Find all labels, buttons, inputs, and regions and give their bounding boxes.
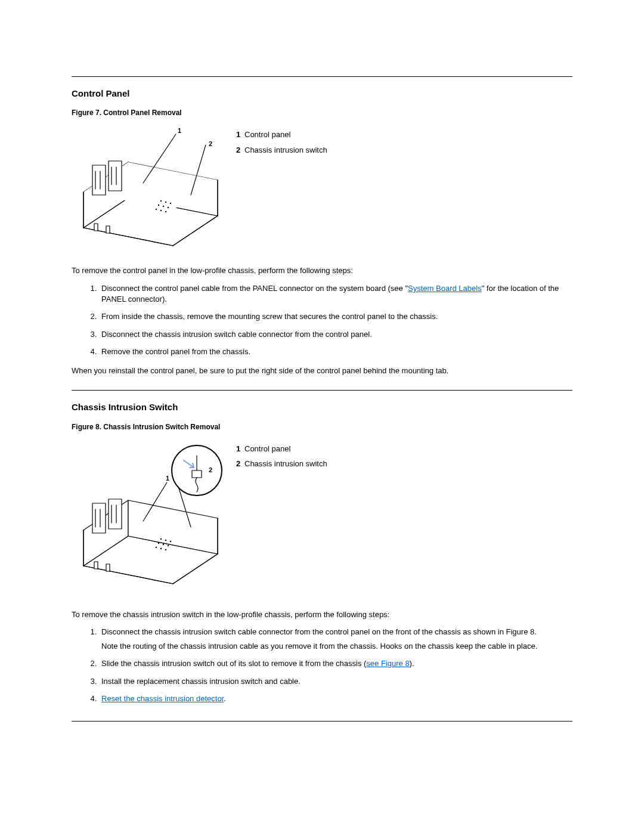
mid-rule	[72, 390, 572, 391]
svg-rect-23	[94, 224, 98, 231]
document-page: Control Panel Figure 7. Control Panel Re…	[0, 0, 644, 833]
step: Install the replacement chassis intrusio…	[99, 676, 572, 687]
step: Remove the control panel from the chassi…	[99, 346, 572, 357]
svg-point-16	[170, 203, 171, 204]
svg-rect-55	[192, 470, 202, 478]
section2-intro: To remove the chassis intrusion switch i…	[72, 609, 572, 620]
svg-text:1: 1	[178, 127, 181, 134]
legend-item: 1 Control panel	[236, 129, 327, 140]
figure7-legend: 1 Control panel 2 Chassis intrusion swit…	[236, 123, 327, 160]
svg-point-18	[163, 206, 164, 207]
svg-point-17	[158, 205, 159, 206]
step: Reset the chassis intrusion detector.	[99, 693, 572, 704]
svg-point-42	[160, 538, 162, 540]
svg-point-50	[165, 549, 166, 550]
link-system-board-labels[interactable]: System Board Labels	[408, 284, 482, 293]
section1-intro: To remove the control panel in the low-p…	[72, 265, 572, 276]
section1-note: When you reinstall the control panel, be…	[72, 366, 572, 376]
step: Slide the chassis intrusion switch out o…	[99, 658, 572, 669]
top-rule	[72, 76, 572, 77]
legend-text: Chassis intrusion switch	[244, 459, 327, 469]
figure8-row: 1 2 1 Control panel 2 Chassis intrusion …	[72, 438, 572, 593]
legend-item: 1 Control panel	[236, 444, 327, 454]
legend-item: 2 Chassis intrusion switch	[236, 145, 327, 156]
figure8-legend: 1 Control panel 2 Chassis intrusion swit…	[236, 438, 327, 474]
svg-point-44	[170, 541, 171, 542]
figure7-caption: Figure 7. Control Panel Removal	[72, 108, 572, 117]
svg-point-46	[163, 544, 164, 545]
svg-rect-36	[92, 503, 106, 533]
step-subnote: Note the routing of the chassis intrusio…	[101, 641, 572, 652]
svg-point-21	[160, 210, 162, 211]
figure7-row: 1 2 1 Control panel 2 Chassis intrusion …	[72, 123, 572, 249]
section2-steps: Disconnect the chassis intrusion switch …	[72, 627, 572, 704]
svg-rect-24	[106, 226, 110, 233]
svg-point-49	[160, 548, 162, 549]
svg-point-14	[160, 200, 162, 202]
svg-rect-52	[106, 564, 110, 571]
legend-item: 2 Chassis intrusion switch	[236, 459, 327, 469]
svg-point-48	[156, 547, 157, 548]
section-chassis-intrusion: Chassis Intrusion Switch Figure 8. Chass…	[72, 401, 572, 704]
step: Disconnect the control panel cable from …	[99, 283, 572, 304]
link-see-figure-8[interactable]: see Figure 8	[366, 659, 409, 668]
svg-text:2: 2	[209, 140, 212, 147]
link-reset-intrusion-detector[interactable]: Reset the chassis intrusion detector	[101, 694, 224, 703]
legend-number: 2	[236, 459, 244, 469]
step-text: ).	[410, 659, 414, 668]
section1-steps: Disconnect the control panel cable from …	[72, 283, 572, 357]
svg-point-43	[165, 540, 166, 541]
svg-point-20	[156, 209, 157, 210]
svg-rect-9	[109, 161, 122, 191]
svg-point-45	[158, 543, 159, 544]
svg-point-22	[165, 211, 166, 212]
svg-point-47	[168, 545, 169, 546]
step: From inside the chassis, remove the moun…	[99, 311, 572, 322]
heading-control-panel: Control Panel	[72, 88, 572, 100]
figure8-illustration: 1 2	[72, 438, 227, 593]
figure7-illustration: 1 2	[72, 123, 227, 249]
section-control-panel: Control Panel Figure 7. Control Panel Re…	[72, 88, 572, 376]
step-text: .	[224, 694, 226, 703]
legend-number: 2	[236, 145, 244, 156]
step: Disconnect the chassis intrusion switch …	[99, 627, 572, 651]
step-text: Slide the chassis intrusion switch out o…	[101, 659, 366, 668]
step-text: Disconnect the control panel cable from …	[101, 284, 408, 293]
step-text: Disconnect the chassis intrusion switch …	[101, 627, 537, 636]
step: Disconnect the chassis intrusion switch …	[99, 329, 572, 340]
svg-text:1: 1	[166, 475, 169, 482]
bottom-rule	[72, 721, 572, 721]
legend-text: Chassis intrusion switch	[244, 145, 327, 156]
legend-text: Control panel	[244, 444, 290, 454]
legend-number: 1	[236, 444, 244, 454]
figure8-caption: Figure 8. Chassis Intrusion Switch Remov…	[72, 422, 572, 432]
heading-chassis-intrusion: Chassis Intrusion Switch	[72, 401, 572, 413]
legend-text: Control panel	[244, 129, 290, 140]
legend-number: 1	[236, 129, 244, 140]
svg-text:2: 2	[209, 466, 212, 473]
svg-point-15	[165, 202, 166, 203]
svg-rect-37	[109, 499, 122, 529]
svg-rect-8	[92, 165, 106, 195]
svg-point-19	[168, 207, 169, 208]
svg-rect-51	[94, 562, 98, 569]
